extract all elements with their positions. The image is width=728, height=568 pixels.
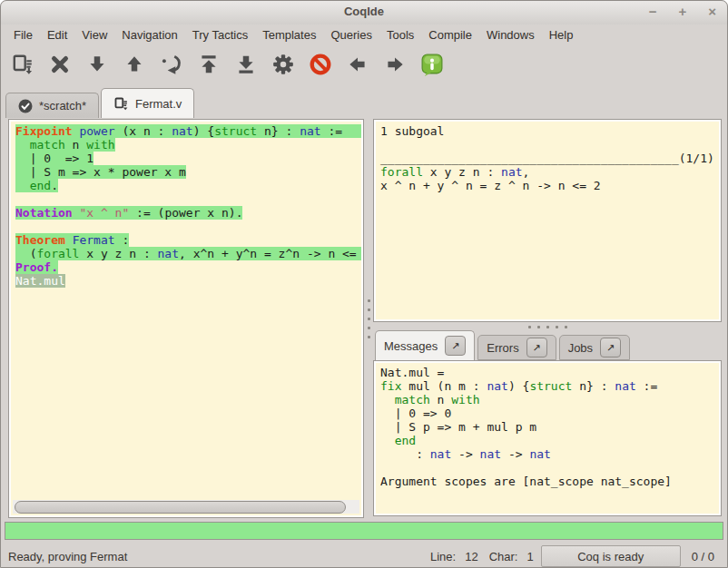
tab-scratch[interactable]: *scratch*: [5, 93, 99, 118]
goals-pane[interactable]: 1 subgoal_______________________________…: [376, 122, 719, 319]
code-line: | 0 => 1: [15, 152, 361, 165]
tab-jobs[interactable]: Jobs ↗: [559, 335, 630, 360]
tab-label: Jobs: [568, 341, 593, 355]
code-line: | 0 => 0: [380, 406, 719, 420]
editor-code[interactable]: Fixpoint power (x n : nat) {struct n} : …: [11, 122, 361, 288]
code-line: | S p => m + mul p m: [380, 420, 719, 434]
restart-button[interactable]: [196, 52, 221, 77]
menu-windows[interactable]: Windows: [479, 26, 542, 44]
menu-navigation[interactable]: Navigation: [114, 26, 184, 44]
tab-messages[interactable]: Messages ↗: [375, 330, 475, 360]
tab-label: *scratch*: [39, 99, 86, 113]
tab-label: Messages: [384, 339, 438, 353]
code-line: ________________________________________…: [380, 152, 719, 165]
code-line: forall x y z n : nat,: [380, 165, 719, 179]
vertical-splitter[interactable]: [364, 119, 373, 518]
detach-messages-button[interactable]: ↗: [445, 336, 466, 356]
code-line: 1 subgoal: [380, 124, 719, 138]
code-line: x ^ n + y ^ n = z ^ n -> n <= 2: [380, 179, 719, 192]
step-backward-button[interactable]: [122, 52, 147, 77]
code-line: fix mul (n m : nat) {struct n} : nat :=: [380, 379, 719, 393]
window-title: CoqIde: [1, 5, 727, 18]
arrow-up-icon: [123, 53, 146, 76]
arrow-to-top-icon: [197, 53, 221, 76]
menu-queries[interactable]: Queries: [323, 26, 379, 44]
code-line: Nat.mul =: [380, 366, 719, 379]
arrow-left-icon: [346, 53, 369, 76]
hscrollbar-thumb[interactable]: [15, 501, 346, 514]
interrupt-icon: [309, 53, 332, 76]
tab-errors[interactable]: Errors ↗: [477, 335, 556, 360]
menu-bar: File Edit View Navigation Try Tactics Te…: [1, 24, 727, 44]
goals-frame: 1 subgoal_______________________________…: [373, 119, 722, 322]
detach-icon: ↗: [533, 342, 541, 354]
previous-button[interactable]: [345, 52, 370, 77]
worker-counter: 0 / 0: [692, 550, 714, 563]
interrupt-button[interactable]: [308, 52, 333, 77]
title-bar[interactable]: CoqIde − + ×: [1, 1, 727, 24]
check-circle-icon: [18, 99, 33, 113]
coq-status-text: Coq is ready: [577, 550, 644, 563]
close-buffer-button[interactable]: [47, 52, 73, 77]
code-line: Fixpoint power (x n : nat) {struct n} : …: [15, 124, 361, 138]
tab-fermat[interactable]: Fermat.v: [101, 88, 194, 118]
code-line: [15, 192, 361, 206]
editor-pane[interactable]: Fixpoint power (x n : nat) {struct n} : …: [11, 122, 361, 515]
menu-tools[interactable]: Tools: [379, 26, 421, 44]
messages-tab-bar: Messages ↗ Errors ↗ Jobs ↗: [373, 331, 722, 360]
coq-status-button[interactable]: Coq is ready: [541, 545, 681, 567]
progress-bar: [5, 522, 723, 540]
gear-icon: [271, 53, 295, 76]
toolbar: [1, 44, 727, 84]
about-button[interactable]: [419, 52, 445, 77]
code-line: [380, 461, 719, 475]
code-line: Proof.: [15, 260, 361, 274]
code-line: Argument scopes are [nat_scope nat_scope…: [380, 475, 719, 488]
detach-icon: ↗: [451, 340, 459, 352]
maximize-button[interactable]: +: [678, 4, 686, 20]
save-icon: [11, 53, 34, 76]
goals-code: 1 subgoal_______________________________…: [376, 122, 719, 192]
coqide-window: CoqIde − + × File Edit View Navigation T…: [0, 0, 728, 568]
goto-cursor-button[interactable]: [159, 52, 184, 77]
code-line: [380, 138, 719, 152]
code-line: : nat -> nat -> nat: [380, 447, 719, 461]
save-icon: [113, 96, 129, 112]
step-forward-button[interactable]: [84, 52, 110, 77]
menu-view[interactable]: View: [74, 26, 114, 44]
fully-check-button[interactable]: [271, 52, 296, 77]
code-line: (forall x y z n : nat, x^n + y^n = z^n -…: [15, 247, 361, 260]
tab-label: Errors: [487, 341, 518, 355]
editor-hscrollbar[interactable]: [13, 500, 359, 514]
minimize-button[interactable]: −: [649, 4, 657, 20]
next-button[interactable]: [382, 52, 408, 77]
menu-help[interactable]: Help: [542, 26, 581, 44]
status-bar: Ready, proving Fermat Line: 12 Char: 1 C…: [1, 544, 727, 568]
document-tab-bar: *scratch* Fermat.v: [1, 84, 727, 118]
go-to-end-button[interactable]: [233, 52, 259, 77]
messages-pane[interactable]: Nat.mul =fix mul (n m : nat) {struct n} …: [376, 363, 719, 514]
close-button[interactable]: ×: [708, 4, 716, 20]
detach-jobs-button[interactable]: ↗: [600, 338, 621, 357]
code-line: match n with: [15, 138, 361, 152]
code-line: match n with: [380, 393, 719, 406]
tab-label: Fermat.v: [135, 97, 182, 111]
menu-edit[interactable]: Edit: [40, 26, 74, 44]
code-line: [15, 220, 361, 233]
char-label: Char:: [489, 550, 518, 563]
arrow-down-icon: [85, 53, 109, 76]
menu-compile[interactable]: Compile: [421, 26, 479, 44]
line-label: Line:: [430, 550, 456, 563]
detach-errors-button[interactable]: ↗: [526, 338, 547, 357]
arrow-to-bottom-icon: [234, 53, 258, 76]
code-line: Notation "x ^ n" := (power x n).: [15, 206, 361, 220]
info-bubble-icon: [420, 53, 444, 76]
char-value: 1: [526, 550, 533, 563]
code-line: Nat.mul: [15, 274, 361, 288]
menu-try-tactics[interactable]: Try Tactics: [185, 26, 255, 44]
menu-templates[interactable]: Templates: [255, 26, 323, 44]
save-button[interactable]: [10, 52, 35, 77]
menu-file[interactable]: File: [6, 26, 40, 44]
detach-icon: ↗: [606, 342, 615, 354]
messages-code: Nat.mul =fix mul (n m : nat) {struct n} …: [376, 363, 719, 488]
